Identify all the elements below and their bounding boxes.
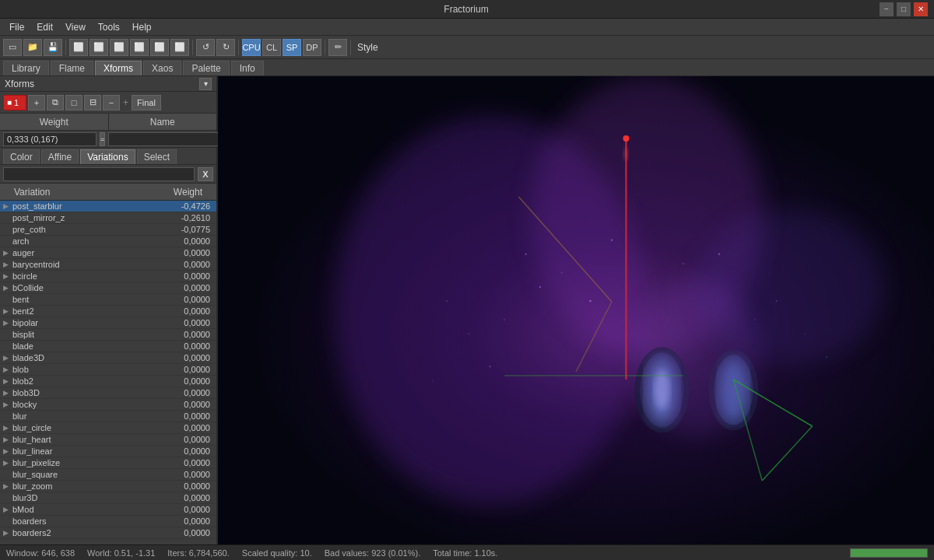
variation-row[interactable]: ▶blur_heart0,0000 [0, 434, 216, 446]
svg-point-31 [432, 380, 434, 381]
menu-help[interactable]: Help [126, 20, 158, 34]
expand-icon[interactable]: ▶ [0, 389, 11, 397]
variation-row[interactable]: boarders0,0000 [0, 516, 216, 527]
variation-row[interactable]: ▶blur_linear0,0000 [0, 446, 216, 457]
variation-row[interactable]: ▶blur_pixelize0,0000 [0, 457, 216, 469]
open-button[interactable]: 📁 [23, 39, 42, 56]
xform-number[interactable]: ■ 1 [3, 95, 26, 110]
variation-row[interactable]: ▶blob0,0000 [0, 364, 216, 376]
variation-row[interactable]: ▶blur_circle0,0000 [0, 422, 216, 434]
variation-row[interactable]: bent0,0000 [0, 294, 216, 306]
variation-row[interactable]: ▶blob3D0,0000 [0, 387, 216, 399]
expand-icon[interactable]: ▶ [0, 284, 11, 292]
expand-icon[interactable]: ▶ [0, 261, 11, 268]
variation-row[interactable]: blur3D0,0000 [0, 492, 216, 504]
expand-icon[interactable]: ▶ [0, 319, 11, 327]
variation-name: bCollide [11, 283, 158, 292]
expand-icon[interactable]: ▶ [0, 529, 11, 537]
expand-icon[interactable]: ▶ [0, 354, 11, 362]
tb-btn-3[interactable]: ⬜ [110, 39, 128, 56]
variation-list[interactable]: ▶post_starblur-0,4726post_mirror_z-0,261… [0, 201, 216, 544]
xform-dup-button[interactable]: ⧉ [47, 95, 64, 110]
xform-add-button[interactable]: + [28, 95, 45, 110]
brush-button[interactable]: ✏ [328, 39, 347, 56]
style-label[interactable]: Style [354, 42, 381, 53]
xform-link-button[interactable]: ⊟ [84, 95, 101, 110]
expand-icon[interactable]: ▶ [0, 366, 11, 373]
tb-btn-2[interactable]: ⬜ [90, 39, 108, 56]
redo-button[interactable]: ↻ [216, 39, 235, 56]
variation-row[interactable]: ▶boarders20,0000 [0, 527, 216, 539]
tb-btn-5[interactable]: ⬜ [150, 39, 169, 56]
variation-row[interactable]: pre_coth-0,0775 [0, 224, 216, 236]
tab-xforms[interactable]: Xforms [95, 61, 142, 75]
tab-library[interactable]: Library [3, 61, 49, 75]
expand-icon[interactable]: ▶ [0, 424, 11, 432]
variation-row[interactable]: bisplit0,0000 [0, 329, 216, 341]
expand-icon[interactable]: ▶ [0, 436, 11, 443]
variation-row[interactable]: arch0,0000 [0, 236, 216, 247]
close-button[interactable]: ✕ [914, 2, 928, 16]
expand-icon[interactable]: ▶ [0, 447, 11, 455]
variation-row[interactable]: ▶post_starblur-0,4726 [0, 201, 216, 212]
minimize-button[interactable]: − [880, 2, 894, 16]
tab-palette[interactable]: Palette [183, 61, 229, 75]
menu-file[interactable]: File [3, 20, 30, 34]
search-input[interactable] [3, 167, 195, 181]
search-clear-button[interactable]: X [198, 167, 213, 181]
sp-button[interactable]: SP [283, 39, 301, 56]
variation-row[interactable]: ▶blob20,0000 [0, 376, 216, 387]
menu-view[interactable]: View [59, 20, 92, 34]
subtab-affine[interactable]: Affine [41, 149, 79, 164]
tab-info[interactable]: Info [231, 61, 264, 75]
variation-row[interactable]: ▶blade3D0,0000 [0, 352, 216, 364]
expand-icon[interactable]: ▶ [0, 459, 11, 467]
xform-final-button[interactable]: Final [132, 95, 161, 110]
expand-icon[interactable]: ▶ [0, 307, 11, 315]
weight-small-btn[interactable]: = [100, 132, 105, 146]
canvas-area[interactable] [218, 76, 934, 544]
variation-row[interactable]: ▶bent20,0000 [0, 306, 216, 317]
xform-minus-button[interactable]: − [103, 95, 120, 110]
variation-row[interactable]: ▶bipolar0,0000 [0, 317, 216, 329]
variation-row[interactable]: ▶bCollide0,0000 [0, 282, 216, 294]
tab-xaos[interactable]: Xaos [143, 61, 181, 75]
expand-icon[interactable]: ▶ [0, 272, 11, 280]
tab-flame[interactable]: Flame [51, 61, 93, 75]
xform-square-button[interactable]: □ [65, 95, 83, 110]
tb-btn-6[interactable]: ⬜ [170, 39, 189, 56]
new-button[interactable]: ▭ [3, 39, 22, 56]
cl-button[interactable]: CL [262, 39, 281, 56]
expand-icon[interactable]: ▶ [0, 249, 11, 257]
menu-edit[interactable]: Edit [30, 20, 59, 34]
undo-button[interactable]: ↺ [196, 39, 215, 56]
name-input[interactable] [108, 132, 223, 146]
menu-tools[interactable]: Tools [92, 20, 126, 34]
variation-row[interactable]: ▶auger0,0000 [0, 247, 216, 259]
variation-row[interactable]: blade0,0000 [0, 341, 216, 352]
subtab-select[interactable]: Select [137, 149, 177, 164]
expand-icon[interactable]: ▶ [0, 482, 11, 490]
expand-icon[interactable]: ▶ [0, 202, 11, 210]
variation-row[interactable]: ▶blur_zoom0,0000 [0, 481, 216, 492]
weight-input[interactable] [3, 132, 97, 146]
expand-icon[interactable]: ▶ [0, 506, 11, 513]
maximize-button[interactable]: □ [897, 2, 911, 16]
subtab-variations[interactable]: Variations [80, 149, 135, 164]
expand-icon[interactable]: ▶ [0, 401, 11, 408]
cpu-button[interactable]: CPU [242, 39, 261, 56]
tb-btn-4[interactable]: ⬜ [130, 39, 149, 56]
save-button[interactable]: 💾 [44, 39, 62, 56]
variation-row[interactable]: ▶barycentroid0,0000 [0, 259, 216, 271]
variation-row[interactable]: blur0,0000 [0, 411, 216, 422]
dp-button[interactable]: DP [303, 39, 321, 56]
variation-row[interactable]: ▶bcircle0,0000 [0, 271, 216, 282]
subtab-color[interactable]: Color [3, 149, 40, 164]
tb-btn-1[interactable]: ⬜ [69, 39, 88, 56]
variation-row[interactable]: ▶bMod0,0000 [0, 504, 216, 516]
variation-row[interactable]: blur_square0,0000 [0, 469, 216, 481]
expand-icon[interactable]: ▶ [0, 377, 11, 385]
xforms-collapse-button[interactable]: ▾ [199, 78, 212, 90]
variation-row[interactable]: post_mirror_z-0,2610 [0, 212, 216, 224]
variation-row[interactable]: ▶blocky0,0000 [0, 399, 216, 411]
